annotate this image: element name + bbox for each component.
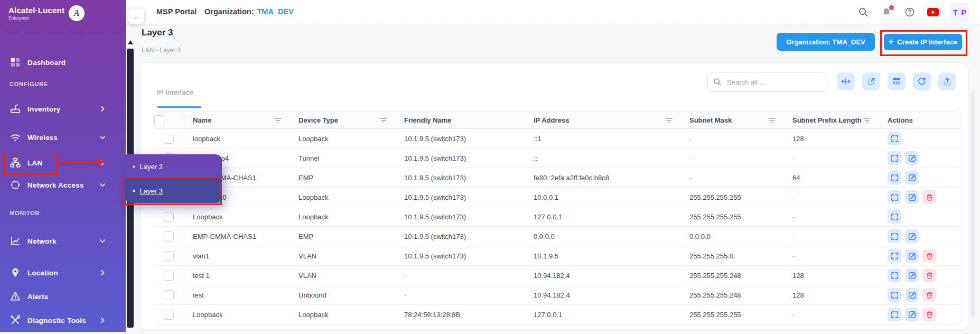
sidebar-item-network-access[interactable]: Network Access <box>0 174 126 196</box>
sidebar-item-location[interactable]: Location <box>0 262 126 284</box>
sidebar-scroll-up-icon[interactable] <box>128 40 133 44</box>
tab-ip-interface[interactable]: IP Interface <box>157 88 193 96</box>
sidebar-item-network[interactable]: Network <box>0 230 126 252</box>
sidebar-item-diagnostic-tools[interactable]: Diagnostic Tools <box>0 309 126 331</box>
row-checkbox[interactable] <box>164 134 174 144</box>
row-checkbox[interactable] <box>164 310 174 320</box>
edit-row-button[interactable] <box>905 229 919 243</box>
delete-row-button[interactable] <box>922 249 936 263</box>
sidebar-item-label: Dashboard <box>27 59 66 67</box>
sidebar-item-label: Network <box>27 237 57 245</box>
edit-row-button[interactable] <box>905 151 919 165</box>
delete-row-button[interactable] <box>922 268 936 282</box>
search-icon <box>713 78 722 86</box>
filter-icon[interactable] <box>380 117 387 124</box>
cell-name: EMP-CMMA-CHAS1 <box>183 233 289 240</box>
flyout-item-layer-2[interactable]: •Layer 2 <box>125 154 222 179</box>
organization-button[interactable]: Organization: TMA_DEV <box>777 33 875 51</box>
breadcrumb: LAN - Layer 3 <box>142 47 181 54</box>
edit-row-button[interactable] <box>905 190 919 204</box>
plus-icon: + <box>889 37 893 47</box>
cell-friendly-name: - <box>395 291 524 299</box>
cell-device-type: Tunnel <box>289 154 395 162</box>
search-button[interactable] <box>857 6 869 18</box>
cell-subnet-mask: 255.255.255.255 <box>680 311 783 319</box>
sidebar-item-wireless[interactable]: Wireless <box>0 126 126 149</box>
header-checkbox-cell <box>154 112 183 128</box>
expand-row-button[interactable] <box>888 229 901 243</box>
row-checkbox-cell <box>154 305 183 324</box>
edit-row-button[interactable] <box>905 268 919 282</box>
delete-row-button[interactable] <box>922 308 936 321</box>
bullet-icon: • <box>133 163 135 171</box>
expand-icon <box>891 311 899 319</box>
edit-row-button[interactable] <box>905 288 919 302</box>
fit-columns-icon <box>841 77 851 86</box>
column-header-subnet-prefix-length[interactable]: Subnet Prefix Length <box>783 116 878 124</box>
create-ip-interface-button[interactable]: + Create IP Interface <box>884 34 962 50</box>
annotation-arrow-head <box>98 158 105 166</box>
expand-row-button[interactable] <box>888 210 901 224</box>
content-scrollbar[interactable] <box>971 90 975 317</box>
expand-row-button[interactable] <box>888 249 901 263</box>
row-checkbox[interactable] <box>164 231 174 242</box>
cell-device-type: Loopback <box>289 193 395 201</box>
expand-row-button[interactable] <box>888 288 901 302</box>
table-row: testUnbound-10.94.182.4255.255.255.24812… <box>154 285 960 305</box>
expand-row-button[interactable] <box>888 268 901 282</box>
expand-row-button[interactable] <box>888 151 901 165</box>
youtube-button[interactable] <box>927 6 939 18</box>
expand-row-button[interactable] <box>888 171 901 184</box>
delete-icon <box>926 272 934 280</box>
flyout-item-layer-3[interactable]: •Layer 3 <box>125 179 222 203</box>
row-checkbox[interactable] <box>164 290 174 300</box>
sidebar-item-inventory[interactable]: Inventory <box>0 98 126 120</box>
sidebar-item-label: Alerts <box>27 293 48 301</box>
export-button[interactable] <box>938 72 956 90</box>
organization-value-link[interactable]: TMA_DEV <box>257 7 293 16</box>
avatar[interactable]: T P <box>950 3 969 22</box>
cell-actions <box>878 249 960 263</box>
expand-row-button[interactable] <box>888 190 901 204</box>
column-header-ip-address[interactable]: IP Address <box>524 116 680 124</box>
filter-icon[interactable] <box>274 117 282 124</box>
column-header-subnet-mask[interactable]: Subnet Mask <box>680 116 783 124</box>
edit-row-button[interactable] <box>905 171 919 184</box>
sidebar-item-dashboard[interactable]: Dashboard <box>0 51 126 73</box>
expand-row-button[interactable] <box>888 308 901 321</box>
notifications-button[interactable] <box>881 6 892 18</box>
fit-columns-button[interactable] <box>837 72 855 90</box>
column-header-actions[interactable]: Actions <box>878 116 960 124</box>
cell-device-type: Loopback <box>289 311 395 319</box>
column-header-name[interactable]: Name <box>183 116 289 124</box>
search-input[interactable] <box>726 78 822 87</box>
help-button[interactable] <box>904 6 916 18</box>
expand-row-button[interactable] <box>888 132 901 145</box>
sidebar-item-alerts[interactable]: Alerts <box>0 285 126 308</box>
sidebar-section-monitor: MONITOR <box>10 210 40 219</box>
delete-row-button[interactable] <box>922 190 936 204</box>
cell-actions <box>878 288 960 302</box>
column-header-friendly-name[interactable]: Friendly Name <box>395 116 524 124</box>
open-external-button[interactable] <box>862 72 880 90</box>
row-checkbox[interactable] <box>164 271 174 281</box>
select-all-checkbox[interactable] <box>154 115 164 125</box>
table-row: EMP-CMMA-CHAS1EMP10.1.9.5 (switch173)0.0… <box>154 227 960 246</box>
filter-icon[interactable] <box>863 117 871 124</box>
table-columns-button[interactable] <box>888 72 906 90</box>
refresh-button[interactable] <box>913 72 931 90</box>
filter-icon[interactable] <box>768 117 776 124</box>
cell-ip-address: fe80::2efa:a2ff:fe0c:b8c8 <box>524 174 680 182</box>
delete-row-button[interactable] <box>922 288 936 302</box>
row-checkbox[interactable] <box>164 251 174 261</box>
filter-icon[interactable] <box>665 117 673 124</box>
row-checkbox[interactable] <box>164 212 174 222</box>
edit-row-button[interactable] <box>905 308 919 321</box>
cell-friendly-name: 10.1.9.5 (switch173) <box>395 174 524 182</box>
column-header-device-type[interactable]: Device Type <box>289 116 395 124</box>
cell-subnet-mask: 255.255.255.255 <box>680 213 783 221</box>
edit-row-button[interactable] <box>905 249 919 263</box>
sidebar-collapse-button[interactable]: ← <box>128 8 145 24</box>
edit-icon <box>908 311 916 319</box>
expand-icon <box>891 193 899 201</box>
